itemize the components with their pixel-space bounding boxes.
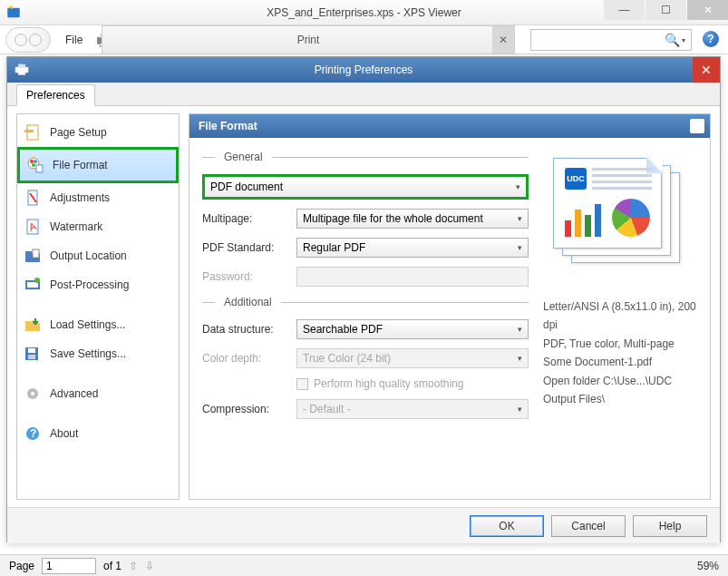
sidebar-item-file-format[interactable]: File Format <box>17 147 179 183</box>
sidebar-label: Adjustments <box>50 191 110 204</box>
svg-point-12 <box>32 163 35 167</box>
svg-rect-6 <box>18 72 25 74</box>
group-additional: Additional <box>202 296 529 308</box>
group-general: General <box>202 151 529 163</box>
chevron-down-icon: ▾ <box>518 243 522 252</box>
sidebar-label: Page Setup <box>50 126 107 139</box>
help-button[interactable]: Help <box>633 515 707 537</box>
zoom-level: 59% <box>697 560 719 572</box>
multipage-select[interactable]: Multipage file for the whole document ▾ <box>296 209 529 229</box>
svg-point-22 <box>34 278 40 283</box>
page-label: Page <box>9 560 34 572</box>
help-icon[interactable]: ? <box>703 31 719 47</box>
window-title: XPS_and_Enterprises.xps - XPS Viewer <box>267 6 461 19</box>
printer-icon <box>15 63 29 76</box>
save-icon <box>24 346 41 362</box>
print-bar: Print ✕ <box>102 25 515 54</box>
cancel-button[interactable]: Cancel <box>551 515 626 537</box>
svg-rect-0 <box>7 7 20 17</box>
page-of-label: of 1 <box>103 560 121 572</box>
svg-rect-26 <box>28 348 35 353</box>
sidebar-label: About <box>50 427 78 440</box>
page-number-input[interactable] <box>42 558 96 574</box>
pdf-standard-select[interactable]: Regular PDF ▾ <box>296 238 529 258</box>
sidebar-label: File Format <box>53 159 108 171</box>
preferences-dialog: Printing Preferences ✕ Preferences Page … <box>6 56 721 542</box>
svg-point-10 <box>30 160 34 163</box>
page-setup-icon <box>24 124 41 141</box>
svg-rect-21 <box>27 282 38 288</box>
svg-rect-23 <box>25 323 40 331</box>
adjustments-icon <box>24 190 41 206</box>
sidebar-item-adjustments[interactable]: Adjustments <box>17 183 179 212</box>
sidebar-item-post-processing[interactable]: Post-Processing <box>17 270 179 299</box>
compression-label: Compression: <box>202 403 296 415</box>
search-input[interactable]: 🔍 ▾ <box>530 29 692 51</box>
data-structure-select[interactable]: Searchable PDF ▾ <box>296 319 529 339</box>
compression-select: - Default - ▾ <box>296 399 529 419</box>
preview-image: UDC <box>548 158 693 276</box>
sidebar-item-load-settings[interactable]: Load Settings... <box>17 310 179 339</box>
multipage-label: Multipage: <box>202 212 296 225</box>
dialog-title: Printing Preferences <box>315 63 413 76</box>
page-up-icon[interactable]: ⇧ <box>129 560 138 572</box>
tab-preferences[interactable]: Preferences <box>16 84 95 106</box>
dialog-header: Printing Preferences ✕ <box>7 57 720 83</box>
chevron-down-icon: ▾ <box>518 405 522 414</box>
data-structure-label: Data structure: <box>202 323 296 336</box>
print-close-button[interactable]: ✕ <box>492 26 514 54</box>
file-menu[interactable]: File <box>65 34 83 46</box>
minimize-button[interactable]: — <box>604 0 645 20</box>
sidebar-item-output-location[interactable]: Output Location <box>17 241 179 270</box>
close-button[interactable]: ✕ <box>687 0 728 20</box>
binoculars-icon[interactable] <box>5 27 51 53</box>
sidebar-item-page-setup[interactable]: Page Setup <box>17 118 179 147</box>
panel-title: File Format <box>199 120 257 132</box>
dialog-close-button[interactable]: ✕ <box>693 57 720 83</box>
chevron-down-icon: ▾ <box>518 354 522 363</box>
svg-rect-19 <box>33 249 39 258</box>
chevron-down-icon: ▾ <box>518 214 522 223</box>
sidebar-item-save-settings[interactable]: Save Settings... <box>17 339 179 368</box>
format-select[interactable]: PDF document ▾ <box>202 174 529 200</box>
format-value: PDF document <box>210 181 283 193</box>
maximize-button[interactable]: ☐ <box>645 0 686 20</box>
file-format-icon <box>27 157 44 173</box>
panel-header-icon <box>690 119 704 133</box>
main-panel: File Format General PDF document ▾ Multi… <box>189 113 711 500</box>
app-icon <box>5 5 22 21</box>
password-label: Password: <box>202 270 296 283</box>
preview-info: Letter/ANSI A (8.5x11.0 in), 200 dpi PDF… <box>543 298 697 408</box>
svg-rect-27 <box>28 355 35 359</box>
svg-point-29 <box>31 392 34 395</box>
watermark-icon: A <box>24 219 41 235</box>
tab-strip: Preferences <box>7 83 720 106</box>
svg-rect-13 <box>36 165 43 172</box>
chevron-down-icon: ▾ <box>516 182 520 191</box>
window-titlebar: XPS_and_Enterprises.xps - XPS Viewer — ☐… <box>0 0 728 25</box>
page-down-icon[interactable]: ⇩ <box>145 560 154 572</box>
svg-rect-8 <box>24 130 34 132</box>
svg-rect-24 <box>25 321 32 324</box>
search-icon: 🔍 <box>665 33 680 47</box>
chevron-down-icon[interactable]: ▾ <box>682 36 685 44</box>
sidebar-item-about[interactable]: ? About <box>17 419 179 448</box>
checkbox-icon <box>296 378 308 390</box>
pdf-standard-label: PDF Standard: <box>202 241 296 254</box>
sidebar-label: Advanced <box>50 387 98 400</box>
svg-rect-4 <box>15 67 28 73</box>
panel-header: File Format <box>189 114 710 138</box>
output-location-icon <box>24 248 41 264</box>
svg-text:?: ? <box>30 427 36 440</box>
color-depth-select: True Color (24 bit) ▾ <box>296 348 529 368</box>
smoothing-checkbox: Perform high quality smoothing <box>296 377 463 390</box>
gear-icon <box>24 386 41 402</box>
sidebar: Page Setup File Format Adjustments A Wat… <box>16 113 180 500</box>
dialog-button-bar: OK Cancel Help <box>7 507 720 543</box>
sidebar-label: Save Settings... <box>50 347 126 360</box>
sidebar-item-advanced[interactable]: Advanced <box>17 379 179 408</box>
post-processing-icon <box>24 277 41 293</box>
sidebar-item-watermark[interactable]: A Watermark <box>17 212 179 241</box>
color-depth-label: Color depth: <box>202 352 296 365</box>
ok-button[interactable]: OK <box>470 515 544 537</box>
